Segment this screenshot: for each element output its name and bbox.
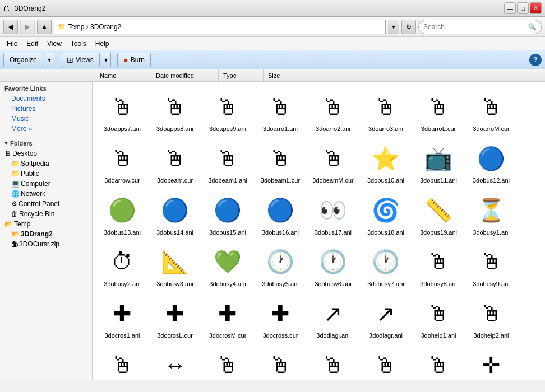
organize-button[interactable]: Organize (3, 53, 43, 67)
views-button[interactable]: ⊞ Views (61, 53, 100, 67)
organize-dropdown[interactable]: ▾ (45, 53, 54, 67)
sidebar-item-pictures[interactable]: Pictures (0, 104, 92, 114)
burn-button[interactable]: ● Burn (117, 53, 151, 67)
file-3docursr-zip[interactable]: 🗜 3DOCursr.zip (0, 239, 92, 249)
file-item[interactable]: 🖱3doarro3.ani (361, 86, 411, 136)
folder-softpedia[interactable]: 📁 Softpedia (0, 158, 92, 169)
file-item[interactable]: 🖱3doapps8.ani (150, 86, 200, 136)
file-item[interactable]: 🖱3doarro2.ani (308, 86, 358, 136)
file-item[interactable]: 🖱3dohelp3.ani (97, 344, 147, 380)
col-size[interactable]: Size (264, 69, 297, 81)
menu-edit[interactable]: Edit (22, 39, 43, 49)
file-item[interactable]: 📐3dobusy3.ani (150, 241, 200, 291)
file-item[interactable]: 🟢3dobus13.ani (97, 190, 147, 239)
file-item[interactable]: 🖱3dobeam1.ani (202, 138, 253, 187)
folders-header[interactable]: ▾ Folders (0, 136, 92, 148)
file-item[interactable]: ✛3domove.ani (466, 344, 516, 380)
file-item[interactable]: 🖱3doarrow.cur (97, 138, 147, 187)
folder-public[interactable]: 📁 Public (0, 169, 92, 179)
address-path[interactable]: 📁 Temp › 3DOrang2 (54, 20, 386, 34)
file-name: 3doarro2.ani (316, 125, 350, 133)
file-item[interactable]: 🔵3dobus14.ani (150, 190, 200, 239)
file-item[interactable]: ↗3dodiagr.ani (361, 293, 411, 342)
forward-button[interactable]: ▶ (20, 20, 35, 34)
sidebar-item-music[interactable]: Music (0, 114, 92, 124)
file-item[interactable]: ↗3dodiagl.ani (308, 293, 358, 342)
maximize-button[interactable]: □ (517, 2, 529, 14)
file-item[interactable]: 🕐3dobusy5.ani (255, 241, 306, 291)
file-name: 3dohelp1.ani (421, 332, 456, 339)
file-item[interactable]: 🖱3doarro1.ani (255, 86, 306, 136)
network-icon: 🌐 (11, 190, 20, 198)
file-item[interactable]: 🖱3dobusy9.ani (466, 241, 516, 291)
file-item[interactable]: 👀3dobus17.ani (308, 190, 358, 239)
file-item[interactable]: ✚3docross.cur (255, 293, 306, 342)
file-icon-swirl: 🌀 (368, 193, 404, 228)
file-item[interactable]: 🖱3dolink.cur (202, 344, 253, 380)
file-name: 3dobus16.ani (262, 228, 299, 236)
back-button[interactable]: ◀ (3, 20, 18, 34)
file-item[interactable]: 🖱3doapps7.ani (97, 86, 147, 136)
sidebar-more-link[interactable]: More » (0, 124, 92, 134)
favorite-links-header[interactable]: Favorite Links (0, 82, 92, 94)
file-item[interactable]: 🖱3dobeamL.cur (255, 138, 306, 187)
file-item[interactable]: 🖱3dolink4.ani (361, 344, 411, 380)
file-item[interactable]: 🕐3dobusy6.ani (308, 241, 358, 291)
views-dropdown[interactable]: ▾ (102, 53, 111, 67)
refresh-button[interactable]: ↻ (401, 20, 416, 34)
address-dropdown[interactable]: ▾ (388, 20, 399, 34)
up-button[interactable]: ▲ (37, 20, 52, 34)
file-item[interactable]: 🖱3doarroM.cur (466, 86, 516, 136)
file-item[interactable]: 🖱3doarroL.cur (413, 86, 464, 136)
file-item[interactable]: ⭐3dobus10.ani (361, 138, 411, 187)
file-item[interactable]: 🖱3dobeamM.cur (308, 138, 358, 187)
file-item[interactable]: ✚3docrosM.cur (202, 293, 253, 342)
col-date[interactable]: Date modified (151, 69, 219, 81)
file-item[interactable]: ⏳3dobusy1.ani (466, 190, 516, 239)
search-box[interactable]: 🔍 (418, 20, 542, 34)
file-item[interactable]: ↔3dohor.ani (150, 344, 200, 380)
toolbar: Organize ▾ ⊞ Views ▾ ● Burn ? (0, 50, 545, 69)
file-item[interactable]: ⏱3dobusy2.ani (97, 241, 147, 291)
search-input[interactable] (423, 23, 528, 31)
address-bar: ◀ ▶ ▲ 📁 Temp › 3DOrang2 ▾ ↻ 🔍 (0, 17, 545, 37)
file-item[interactable]: ✚3docros1.ani (97, 293, 147, 342)
folder-computer[interactable]: 💻 Computer (0, 179, 92, 189)
folder-3dorang2[interactable]: 📂 3DDrang2 (0, 229, 92, 239)
file-item[interactable]: 📏3dobus19.ani (413, 190, 464, 239)
folder-recycle-bin[interactable]: 🗑 Recycle Bin (0, 209, 92, 219)
minimize-button[interactable]: — (504, 2, 516, 14)
folder-network[interactable]: 🌐 Network (0, 189, 92, 199)
folder-control-panel[interactable]: ⚙ Control Panel (0, 199, 92, 209)
file-name: 3docross.cur (263, 332, 298, 339)
folder-desktop[interactable]: 🖥 Desktop (0, 148, 92, 158)
col-type[interactable]: Type (219, 69, 264, 81)
file-item[interactable]: 🖱3dobusy8.ani (413, 241, 464, 291)
sidebar-item-documents[interactable]: Documents (0, 94, 92, 104)
file-item[interactable]: 🔵3dobus12.ani (466, 138, 516, 187)
file-item[interactable]: 🕐3dobusy7.ani (361, 241, 411, 291)
file-item[interactable]: 💚3dobusy4.ani (202, 241, 253, 291)
file-item[interactable]: 🖱3dolink3.ani (308, 344, 358, 380)
menu-file[interactable]: File (2, 39, 22, 49)
help-button[interactable]: ? (529, 54, 542, 66)
file-item[interactable]: 🔵3dobus16.ani (255, 190, 306, 239)
file-item[interactable]: 🌀3dobus18.ani (361, 190, 411, 239)
close-button[interactable]: ✕ (530, 2, 542, 14)
file-icon-triangle: 📐 (157, 244, 193, 280)
menu-tools[interactable]: Tools (66, 39, 91, 49)
file-item[interactable]: 🖱3dolink2.ani (255, 344, 306, 380)
file-item[interactable]: 🔵3dobus15.ani (202, 190, 253, 239)
file-item[interactable]: ✚3docrosL.cur (150, 293, 200, 342)
file-item[interactable]: 🖱3dohelp1.ani (413, 293, 464, 342)
menu-view[interactable]: View (43, 39, 66, 49)
file-area[interactable]: 🖱3doapps7.ani🖱3doapps8.ani🖱3doapps9.ani🖱… (93, 82, 545, 380)
file-item[interactable]: 🖱3dohelp2.ani (466, 293, 516, 342)
file-item[interactable]: 🖱3dobeam.cur (150, 138, 200, 187)
menu-help[interactable]: Help (91, 39, 114, 49)
file-item[interactable]: 🖱3doapps9.ani (202, 86, 253, 136)
folder-temp[interactable]: 📂 Temp (0, 219, 92, 229)
file-item[interactable]: 🖱3dolinkR.cur (413, 344, 464, 380)
col-name[interactable]: Name (95, 69, 151, 81)
file-item[interactable]: 📺3dobus11.ani (413, 138, 464, 187)
